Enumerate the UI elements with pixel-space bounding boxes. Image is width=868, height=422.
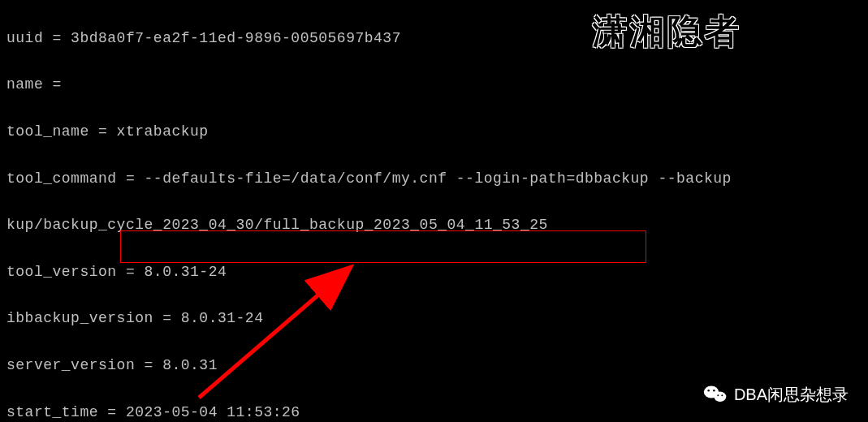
terminal-line: kup/backup_cycle_2023_04_30/full_backup_… [6, 213, 862, 237]
watermark-bottom: DBA闲思杂想录 [703, 381, 849, 407]
svg-point-4 [707, 390, 710, 392]
wechat-icon [703, 384, 728, 405]
svg-point-5 [713, 390, 715, 392]
watermark-bottom-label: DBA闲思杂想录 [734, 381, 849, 407]
svg-point-7 [721, 394, 723, 396]
terminal-line: name = [6, 73, 862, 97]
terminal-output: uuid = 3bd8a0f7-ea2f-11ed-9896-00505697b… [6, 3, 862, 422]
watermark-top: 潇湘隐者 [593, 5, 742, 59]
terminal-line: server_version = 8.0.31 [6, 354, 862, 377]
svg-point-6 [717, 394, 719, 396]
terminal-line: tool_version = 8.0.31-24 [6, 261, 862, 284]
terminal-line: tool_command = --defaults-file=/data/con… [6, 167, 862, 191]
terminal-line: ibbackup_version = 8.0.31-24 [6, 307, 862, 330]
terminal-line: tool_name = xtrabackup [6, 120, 862, 144]
svg-point-3 [714, 392, 726, 403]
